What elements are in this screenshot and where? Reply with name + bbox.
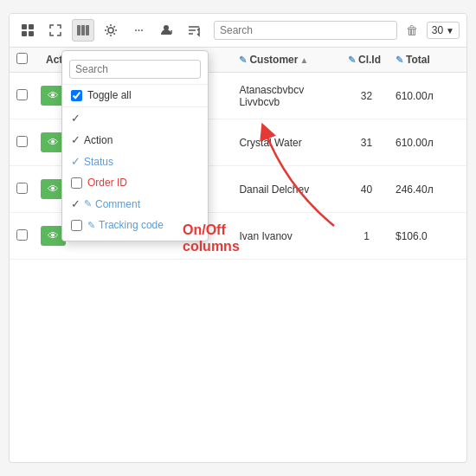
column-item-orderid[interactable]: Order ID [62,172,208,193]
svg-rect-1 [29,24,34,29]
row-customer: Crystal Water [234,137,343,149]
sort-columns-icon[interactable] [183,19,205,42]
column-item-tracking[interactable]: ✎ Tracking code [62,215,208,235]
per-page-select[interactable]: 30 ▼ [427,22,460,39]
columns-toggle-icon[interactable] [72,19,94,42]
expand-icon[interactable] [44,19,67,42]
svg-rect-5 [81,25,85,35]
svg-rect-3 [29,31,34,36]
toggle-all-checkbox[interactable] [71,90,82,101]
dropdown-search-input[interactable] [69,60,201,79]
row-total: $106.0 [390,230,460,242]
orderid-checkbox[interactable] [71,177,82,189]
edit-icon: ✎ [348,55,356,66]
ellipsis-icon[interactable]: ··· [127,19,150,42]
row-customer: Danail Delchev [234,183,343,196]
row-checkbox[interactable] [16,229,37,243]
row-checkbox[interactable] [16,89,37,103]
toggle-all-item[interactable]: Toggle all [62,85,208,107]
row-clid: 32 [343,90,390,102]
row-clid: 40 [343,183,390,196]
row-total: 610.00л [390,137,460,149]
sort-asc-icon: ▲ [299,55,308,65]
th-total[interactable]: ✎ Total [390,54,460,66]
edit-icon: ✎ [396,55,403,66]
column-item-comment[interactable]: ✓ ✎ Comment [62,193,208,215]
toolbar: ··· 🗑 30 ▼ [10,14,466,48]
person-filter-icon[interactable] [155,19,177,42]
row-checkbox[interactable] [16,183,37,196]
search-input[interactable] [220,24,391,36]
column-item-action[interactable]: ✓ Action [62,129,208,151]
chevron-down-icon: ▼ [446,26,454,35]
svg-point-7 [108,28,113,33]
edit-icon: ✎ [84,198,92,209]
edit-icon: ✎ [87,220,95,231]
column-item-status[interactable]: ✓ Status [62,151,208,172]
row-customer: Ivan Ivanov [234,230,343,242]
search-box[interactable] [214,21,397,40]
th-customer[interactable]: ✎ Customer ▲ [234,54,343,66]
row-total: 610.00л [390,90,460,102]
svg-rect-4 [77,25,80,35]
edit-icon: ✎ [239,55,247,66]
row-clid: 31 [343,137,390,149]
settings-icon[interactable] [100,19,122,42]
table-layout-icon[interactable] [16,19,39,42]
svg-rect-6 [86,25,89,35]
column-item-blank[interactable]: ✓ [62,107,208,129]
columns-dropdown: Toggle all ✓ ✓ Action ✓ Status Order ID … [61,50,209,241]
svg-rect-0 [22,24,27,29]
th-clid[interactable]: ✎ Cl.Id [343,54,390,66]
delete-icon[interactable]: 🗑 [402,20,421,41]
dropdown-search-area[interactable] [62,56,208,85]
svg-rect-2 [22,31,27,36]
row-total: 246.40л [390,183,460,196]
select-all-checkbox[interactable] [16,53,37,67]
tracking-checkbox[interactable] [71,220,82,231]
row-clid: 1 [343,230,390,242]
row-checkbox[interactable] [16,136,37,150]
row-customer: Atanascbvbcv Livvbcvb [234,84,343,108]
